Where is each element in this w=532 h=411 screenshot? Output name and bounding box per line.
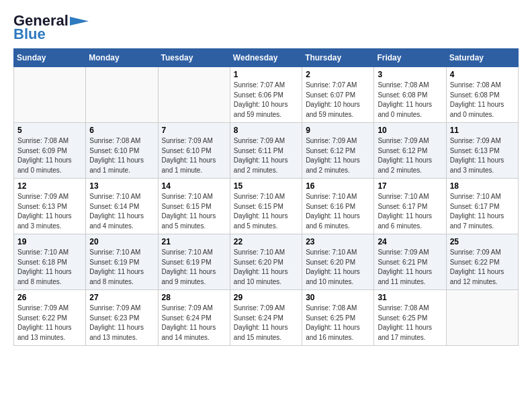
- day-number: 6: [89, 126, 154, 135]
- day-number: 27: [89, 293, 154, 302]
- day-info: Sunrise: 7:10 AM Sunset: 6:17 PM Dayligh…: [450, 192, 515, 231]
- day-info: Sunrise: 7:08 AM Sunset: 6:08 PM Dayligh…: [378, 81, 442, 120]
- calendar-cell: 3Sunrise: 7:08 AM Sunset: 6:08 PM Daylig…: [374, 67, 446, 123]
- day-number: 14: [162, 181, 226, 191]
- calendar-cell: 2Sunrise: 7:07 AM Sunset: 6:07 PM Daylig…: [302, 67, 374, 123]
- day-number: 22: [234, 237, 298, 246]
- day-number: 28: [162, 293, 226, 302]
- day-info: Sunrise: 7:09 AM Sunset: 6:22 PM Dayligh…: [450, 248, 515, 287]
- day-info: Sunrise: 7:09 AM Sunset: 6:22 PM Dayligh…: [17, 304, 82, 342]
- day-number: 2: [306, 70, 370, 79]
- calendar-cell: 23Sunrise: 7:10 AM Sunset: 6:20 PM Dayli…: [302, 234, 374, 290]
- day-info: Sunrise: 7:09 AM Sunset: 6:21 PM Dayligh…: [378, 248, 442, 287]
- day-number: 30: [306, 293, 370, 302]
- day-info: Sunrise: 7:10 AM Sunset: 6:15 PM Dayligh…: [234, 192, 298, 231]
- calendar-cell: 9Sunrise: 7:09 AM Sunset: 6:12 PM Daylig…: [302, 123, 374, 179]
- day-number: 25: [450, 237, 515, 246]
- day-number: 29: [234, 293, 298, 302]
- calendar-cell: 27Sunrise: 7:09 AM Sunset: 6:23 PM Dayli…: [86, 290, 158, 346]
- calendar-cell: 12Sunrise: 7:09 AM Sunset: 6:13 PM Dayli…: [14, 179, 86, 234]
- day-info: Sunrise: 7:09 AM Sunset: 6:12 PM Dayligh…: [306, 136, 370, 175]
- calendar-cell: [14, 67, 86, 123]
- day-number: 17: [378, 181, 442, 191]
- day-number: 4: [450, 70, 515, 79]
- day-number: 24: [378, 237, 442, 246]
- day-info: Sunrise: 7:10 AM Sunset: 6:19 PM Dayligh…: [162, 248, 226, 287]
- calendar-cell: 25Sunrise: 7:09 AM Sunset: 6:22 PM Dayli…: [446, 234, 518, 290]
- calendar-cell: 24Sunrise: 7:09 AM Sunset: 6:21 PM Dayli…: [374, 234, 446, 290]
- day-number: 11: [450, 126, 515, 135]
- calendar-cell: 6Sunrise: 7:08 AM Sunset: 6:10 PM Daylig…: [86, 123, 158, 179]
- day-header-monday: Monday: [86, 49, 158, 67]
- calendar-cell: 17Sunrise: 7:10 AM Sunset: 6:17 PM Dayli…: [374, 179, 446, 234]
- day-info: Sunrise: 7:10 AM Sunset: 6:18 PM Dayligh…: [17, 248, 82, 287]
- day-info: Sunrise: 7:10 AM Sunset: 6:19 PM Dayligh…: [89, 248, 154, 287]
- day-number: 16: [306, 181, 370, 191]
- day-info: Sunrise: 7:09 AM Sunset: 6:13 PM Dayligh…: [17, 192, 82, 231]
- calendar-cell: 31Sunrise: 7:08 AM Sunset: 6:25 PM Dayli…: [374, 290, 446, 346]
- day-number: 26: [17, 293, 82, 302]
- calendar-cell: 26Sunrise: 7:09 AM Sunset: 6:22 PM Dayli…: [14, 290, 86, 346]
- calendar-cell: 7Sunrise: 7:09 AM Sunset: 6:10 PM Daylig…: [158, 123, 230, 179]
- calendar-cell: 20Sunrise: 7:10 AM Sunset: 6:19 PM Dayli…: [86, 234, 158, 290]
- calendar-cell: 28Sunrise: 7:09 AM Sunset: 6:24 PM Dayli…: [158, 290, 230, 346]
- calendar-cell: 21Sunrise: 7:10 AM Sunset: 6:19 PM Dayli…: [158, 234, 230, 290]
- day-number: 8: [234, 126, 298, 135]
- logo: General Blue: [13, 13, 89, 42]
- day-number: 18: [450, 181, 515, 191]
- day-info: Sunrise: 7:10 AM Sunset: 6:15 PM Dayligh…: [162, 192, 226, 231]
- calendar-cell: 18Sunrise: 7:10 AM Sunset: 6:17 PM Dayli…: [446, 179, 518, 234]
- day-header-friday: Friday: [374, 49, 446, 67]
- day-number: 1: [234, 70, 298, 79]
- day-info: Sunrise: 7:08 AM Sunset: 6:10 PM Dayligh…: [89, 136, 154, 175]
- calendar-cell: 19Sunrise: 7:10 AM Sunset: 6:18 PM Dayli…: [14, 234, 86, 290]
- day-number: 23: [306, 237, 370, 246]
- day-info: Sunrise: 7:08 AM Sunset: 6:25 PM Dayligh…: [306, 304, 370, 342]
- calendar-cell: 13Sunrise: 7:10 AM Sunset: 6:14 PM Dayli…: [86, 179, 158, 234]
- calendar-cell: 8Sunrise: 7:09 AM Sunset: 6:11 PM Daylig…: [230, 123, 302, 179]
- day-info: Sunrise: 7:10 AM Sunset: 6:20 PM Dayligh…: [234, 248, 298, 287]
- day-info: Sunrise: 7:08 AM Sunset: 6:08 PM Dayligh…: [450, 81, 515, 120]
- day-info: Sunrise: 7:09 AM Sunset: 6:24 PM Dayligh…: [162, 304, 226, 342]
- day-number: 12: [17, 181, 82, 191]
- day-number: 20: [89, 237, 154, 246]
- day-header-tuesday: Tuesday: [158, 49, 230, 67]
- week-row-1: 1Sunrise: 7:07 AM Sunset: 6:06 PM Daylig…: [14, 67, 519, 123]
- day-info: Sunrise: 7:10 AM Sunset: 6:16 PM Dayligh…: [306, 192, 370, 231]
- calendar-cell: 30Sunrise: 7:08 AM Sunset: 6:25 PM Dayli…: [302, 290, 374, 346]
- day-number: 15: [234, 181, 298, 191]
- logo-blue-text: Blue: [13, 26, 46, 42]
- calendar-cell: [86, 67, 158, 123]
- calendar-cell: 11Sunrise: 7:09 AM Sunset: 6:13 PM Dayli…: [446, 123, 518, 179]
- day-info: Sunrise: 7:10 AM Sunset: 6:17 PM Dayligh…: [378, 192, 442, 231]
- day-info: Sunrise: 7:08 AM Sunset: 6:09 PM Dayligh…: [17, 136, 82, 175]
- calendar-cell: 10Sunrise: 7:09 AM Sunset: 6:12 PM Dayli…: [374, 123, 446, 179]
- calendar-cell: 5Sunrise: 7:08 AM Sunset: 6:09 PM Daylig…: [14, 123, 86, 179]
- day-number: 19: [17, 237, 82, 246]
- day-header-wednesday: Wednesday: [230, 49, 302, 67]
- day-number: 5: [17, 126, 82, 135]
- calendar-cell: [446, 290, 518, 346]
- calendar-cell: 1Sunrise: 7:07 AM Sunset: 6:06 PM Daylig…: [230, 67, 302, 123]
- day-header-sunday: Sunday: [14, 49, 86, 67]
- day-number: 13: [89, 181, 154, 191]
- day-header-saturday: Saturday: [446, 49, 518, 67]
- day-info: Sunrise: 7:10 AM Sunset: 6:14 PM Dayligh…: [89, 192, 154, 231]
- day-info: Sunrise: 7:09 AM Sunset: 6:11 PM Dayligh…: [234, 136, 298, 175]
- day-info: Sunrise: 7:08 AM Sunset: 6:25 PM Dayligh…: [378, 304, 442, 342]
- day-number: 9: [306, 126, 370, 135]
- day-number: 31: [378, 293, 442, 302]
- calendar-cell: 16Sunrise: 7:10 AM Sunset: 6:16 PM Dayli…: [302, 179, 374, 234]
- day-number: 10: [378, 126, 442, 135]
- calendar-table: SundayMondayTuesdayWednesdayThursdayFrid…: [13, 48, 519, 346]
- calendar-cell: 15Sunrise: 7:10 AM Sunset: 6:15 PM Dayli…: [230, 179, 302, 234]
- calendar-cell: 14Sunrise: 7:10 AM Sunset: 6:15 PM Dayli…: [158, 179, 230, 234]
- calendar-header-row: SundayMondayTuesdayWednesdayThursdayFrid…: [14, 49, 519, 67]
- week-row-5: 26Sunrise: 7:09 AM Sunset: 6:22 PM Dayli…: [14, 290, 519, 346]
- day-info: Sunrise: 7:07 AM Sunset: 6:06 PM Dayligh…: [234, 81, 298, 120]
- svg-marker-0: [70, 17, 89, 26]
- day-info: Sunrise: 7:09 AM Sunset: 6:10 PM Dayligh…: [162, 136, 226, 175]
- day-number: 3: [378, 70, 442, 79]
- week-row-3: 12Sunrise: 7:09 AM Sunset: 6:13 PM Dayli…: [14, 179, 519, 234]
- day-info: Sunrise: 7:10 AM Sunset: 6:20 PM Dayligh…: [306, 248, 370, 287]
